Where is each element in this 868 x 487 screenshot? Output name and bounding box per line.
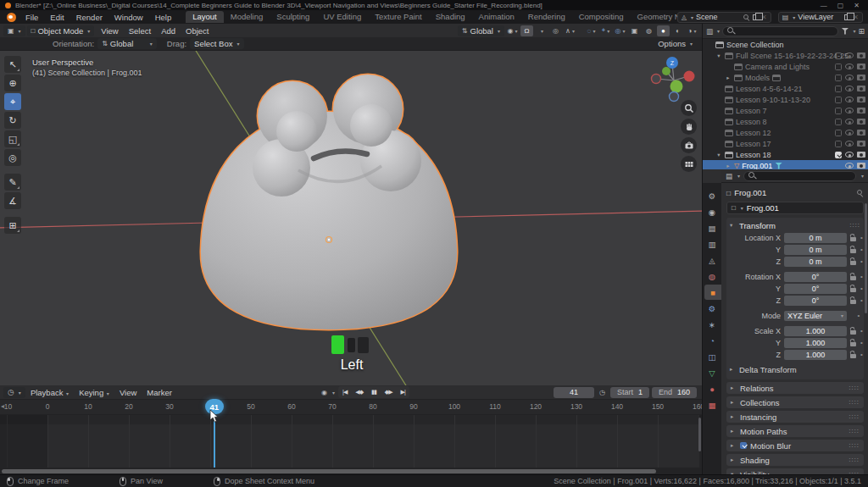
workspace-tab-texture-paint[interactable]: Texture Paint (368, 11, 428, 23)
measure-tool-button[interactable]: ∡ (4, 192, 21, 209)
workspace-tab-animation[interactable]: Animation (472, 11, 521, 23)
outliner-row-lesson-4-5-6-14-21[interactable]: Lesson 4-5-6-14-21 (703, 83, 868, 94)
menu-edit[interactable]: Edit (44, 13, 70, 22)
orientation-dropdown[interactable]: ⇅ Global ▾ (97, 38, 157, 49)
camera-icon[interactable] (857, 141, 865, 147)
exclude-checkbox-icon[interactable] (835, 108, 842, 114)
scene-selector[interactable]: ◬ ▾ Scene ✕ (677, 12, 771, 23)
section-relations[interactable]: ▸Relations∷∷ (726, 382, 864, 394)
next-keyframe-button[interactable]: ◆▶ (381, 389, 397, 396)
value-field[interactable]: 0° (784, 284, 847, 294)
annotate-tool-button[interactable]: ✎ (4, 174, 21, 191)
menu-render[interactable]: Render (70, 13, 108, 22)
outliner-row-models[interactable]: ▸Models (703, 72, 868, 83)
value-field[interactable]: 0° (784, 296, 847, 306)
animate-dot-icon[interactable]: • (860, 273, 863, 280)
eye-icon[interactable] (845, 119, 854, 125)
outliner-editor-icon[interactable]: ▥ (706, 27, 713, 36)
lock-icon[interactable] (850, 273, 857, 280)
value-field[interactable]: 0° (784, 272, 847, 282)
shading-material-button[interactable]: ◐ (671, 25, 684, 36)
mode-dropdown[interactable]: □ Object Mode ▾ (27, 25, 95, 36)
lock-icon[interactable] (850, 339, 857, 346)
delta-transform-toggle[interactable]: ▸ Delta Transform (730, 363, 860, 375)
eye-icon[interactable] (845, 64, 854, 69)
menu-window[interactable]: Window (108, 13, 149, 22)
properties-tab-object-data[interactable]: ▽ (703, 365, 721, 380)
outliner-row-lesson-9-10-11-13-20[interactable]: Lesson 9-10-11-13-20 (703, 94, 868, 105)
shading-solid-button[interactable]: ● (657, 25, 670, 36)
eye-icon[interactable] (845, 53, 854, 58)
outliner-row-lesson-17[interactable]: Lesson 17 (703, 138, 868, 149)
viewport-menu-object[interactable]: Object (181, 26, 214, 36)
new-scene-icon[interactable] (753, 14, 759, 20)
properties-tab-particles[interactable]: ∗ (703, 317, 721, 332)
viewport-menu-view[interactable]: View (96, 26, 123, 36)
checkbox-icon[interactable] (740, 442, 747, 449)
lock-icon[interactable] (850, 246, 857, 253)
camera-icon[interactable] (857, 163, 865, 169)
exclude-checkbox-icon[interactable] (835, 97, 842, 103)
workspace-tab-geometry-nodes[interactable]: Geometry Nodes (631, 11, 677, 23)
camera-view-button[interactable] (681, 137, 697, 153)
exclude-checkbox-icon[interactable] (835, 64, 842, 70)
jump-to-start-button[interactable]: |◀ (338, 389, 351, 396)
section-shading[interactable]: ▸Shading∷∷ (726, 454, 864, 466)
animate-dot-icon[interactable]: • (860, 246, 863, 253)
animate-dot-icon[interactable]: • (860, 257, 863, 265)
frog-mesh[interactable] (201, 75, 457, 329)
eye-icon[interactable] (845, 97, 854, 102)
outliner-row-lesson-12[interactable]: Lesson 12 (703, 127, 868, 138)
properties-tab-object[interactable]: ■ (704, 285, 721, 300)
add-cube-tool-button[interactable]: ⊞ (4, 217, 21, 234)
timeline-editor-type-button[interactable]: ◷ ▾ (3, 387, 25, 398)
expand-arrow-icon[interactable]: ▸ (725, 163, 732, 169)
timeline-menu-marker[interactable]: Marker (142, 388, 177, 397)
rotate-tool-button[interactable]: ↻ (4, 112, 21, 129)
properties-tab-world[interactable]: ◍ (703, 268, 721, 284)
shading-wireframe-button[interactable]: ◍ (643, 25, 655, 36)
exclude-checkbox-icon[interactable] (835, 141, 842, 147)
workspace-tab-layout[interactable]: Layout (186, 11, 224, 23)
outliner-row-full-scene-15-16-19-22-23-24-25[interactable]: ▾Full Scene 15-16-19-22-23-24-25 (703, 50, 868, 61)
viewport-menu-add[interactable]: Add (156, 26, 181, 36)
properties-tab-render[interactable]: ◉ (703, 204, 721, 219)
section-collections[interactable]: ▸Collections∷∷ (726, 396, 864, 408)
lock-icon[interactable] (850, 234, 857, 241)
lock-icon[interactable] (850, 296, 857, 304)
maximize-button[interactable]: ▢ (837, 2, 844, 9)
value-field[interactable]: 0 m (784, 257, 847, 267)
properties-scrollbar[interactable] (865, 203, 867, 313)
properties-tab-output[interactable]: ▤ (703, 220, 721, 235)
view-layer-selector[interactable]: ▤ ▾ ViewLayer ✕ (778, 12, 863, 23)
outliner-row-camera-and-lights[interactable]: Camera and Lights (703, 61, 868, 72)
workspace-tab-compositing[interactable]: Compositing (572, 11, 631, 23)
editor-type-button[interactable]: ▣ ▾ (3, 25, 25, 36)
snap-toggle-button[interactable]: Ω (520, 25, 533, 36)
object-name-field[interactable]: □ ▾ Frog.001 (726, 202, 864, 214)
lock-icon[interactable] (850, 257, 857, 265)
eye-icon[interactable] (845, 86, 854, 91)
proportional-falloff-button[interactable]: ∧▾ (564, 25, 576, 36)
axis-z-neg-ball[interactable] (670, 92, 679, 102)
outliner-search-input[interactable] (722, 26, 838, 36)
workspace-tab-sculpting[interactable]: Sculpting (270, 11, 316, 23)
outliner-row-lesson-8[interactable]: Lesson 8 (703, 116, 868, 127)
auto-keying-button[interactable]: ◷ (596, 387, 609, 398)
drag-dots-icon[interactable]: ∷∷ (850, 222, 860, 230)
section-motion-blur[interactable]: ▸Motion Blur∷∷ (726, 440, 864, 451)
exclude-checkbox-icon[interactable] (835, 130, 842, 136)
jump-to-end-button[interactable]: ▶| (397, 389, 409, 396)
viewport-3d[interactable]: ▣ ▾ □ Object Mode ▾ ViewSelectAddObject … (0, 24, 702, 385)
outliner-row-lesson-7[interactable]: Lesson 7 (703, 105, 868, 116)
zoom-button[interactable] (681, 100, 697, 116)
menu-file[interactable]: File (19, 13, 44, 22)
timeline-scrollbar[interactable] (0, 468, 702, 474)
camera-icon[interactable] (857, 75, 865, 80)
pivot-point-button[interactable]: ◉▾ (506, 25, 519, 36)
transform-orientation-dropdown[interactable]: ⇅ Global ▾ (458, 25, 504, 36)
overlays-button[interactable]: ◎▾ (614, 25, 626, 36)
section-motion-paths[interactable]: ▸Motion Paths∷∷ (726, 425, 864, 437)
animate-dot-icon[interactable]: • (860, 339, 863, 346)
workspace-tab-modeling[interactable]: Modeling (224, 11, 270, 23)
